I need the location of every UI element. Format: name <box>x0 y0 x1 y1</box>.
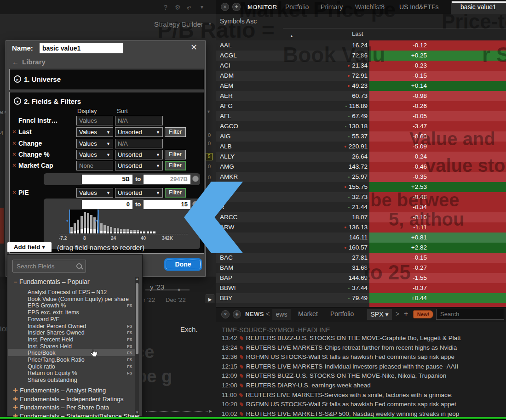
tab-basic-value1[interactable]: basic value1 <box>451 1 506 14</box>
table-row[interactable]: ARCC18.07-0.10 <box>216 212 506 222</box>
news-tab-market[interactable]: Market <box>298 310 318 318</box>
symbol-cell[interactable]: AMKR <box>216 172 238 182</box>
display-select[interactable]: Values▼ <box>76 139 113 148</box>
table-row[interactable]: R21.44-0.34 <box>216 202 506 212</box>
sort-select[interactable]: N/A <box>115 139 163 148</box>
table-row[interactable]: 160.57+2.82 <box>216 243 506 253</box>
field-row-label[interactable]: Fnncl Instr… <box>18 117 58 124</box>
table-row[interactable]: AEM49.23+0.14 <box>216 81 506 91</box>
expand-plus-icon[interactable]: ✚ <box>13 404 18 411</box>
remove-field-icon[interactable]: ✕ <box>12 162 17 169</box>
selection-left-handle[interactable] <box>69 210 70 233</box>
sort-select[interactable]: Unsorted▼ <box>115 150 163 159</box>
symbol-cell[interactable]: BAM <box>216 263 233 273</box>
globe-icon[interactable] <box>192 176 199 182</box>
scroll-left-icon[interactable]: < <box>266 310 270 318</box>
news-tab-spx[interactable]: SPX ▾ <box>367 309 392 320</box>
sort-select[interactable]: Unsorted▼ <box>115 127 163 137</box>
scrollbar-thumb[interactable] <box>136 283 138 354</box>
close-icon[interactable]: ✕ <box>190 42 197 52</box>
table-row[interactable]: ALLY26.64-0.24 <box>216 152 506 162</box>
filter-button[interactable]: Filter <box>165 127 186 137</box>
remove-field-icon[interactable]: ✕ <box>12 140 17 147</box>
field-row-label[interactable]: Market Cap <box>18 162 53 169</box>
news-headline-row[interactable]: 12:00REUTERS DIARY-U.S. earnings week ah… <box>222 382 505 389</box>
table-row[interactable]: ARW136.13-1.11 <box>216 222 506 233</box>
marketcap-min-input[interactable]: 5B <box>82 175 132 184</box>
expand-plus-icon[interactable]: ✚ <box>13 387 18 394</box>
table-row[interactable]: ACGL72.86+0.25 <box>216 51 506 61</box>
drag-right-icon[interactable]: ▸ <box>95 218 98 223</box>
field-list-item[interactable]: Return on Equity % <box>28 370 77 376</box>
tab-watchlist8[interactable]: Watchlist8 <box>355 3 385 11</box>
symbol-cell[interactable]: AEM <box>216 81 233 91</box>
table-row[interactable]: ACI21.34-0.23 <box>216 61 506 71</box>
chevron-down-icon[interactable]: ▼ <box>200 5 204 10</box>
add-circle-icon[interactable]: ✚ <box>233 310 241 318</box>
display-select[interactable]: Values▼ <box>76 188 113 198</box>
table-row[interactable]: BAM31.68-0.27 <box>216 263 506 273</box>
symbol-cell[interactable]: AAL <box>216 40 232 51</box>
tab-primary[interactable]: Primary <box>321 3 343 11</box>
symbol-cell[interactable]: AER <box>216 91 233 101</box>
field-list-item[interactable]: Inst. Percent Held <box>28 336 73 343</box>
library-link[interactable]: Library <box>22 58 46 66</box>
table-row[interactable]: BBWI37.44-0.37 <box>216 283 506 293</box>
done-button[interactable]: Done <box>164 258 202 271</box>
field-list-item[interactable]: Book Value (Common Equity) per share <box>28 296 129 302</box>
filter-button[interactable]: Filter <box>165 150 186 159</box>
display-select[interactable]: None <box>76 161 113 170</box>
news-tab-portfolio[interactable]: Portfolio <box>330 310 354 318</box>
field-row-label[interactable]: P/E <box>18 189 29 196</box>
field-group-collapsed[interactable]: ✚ Fundamentals – Independent Ratings <box>13 395 124 403</box>
name-input[interactable]: basic value1 <box>40 43 123 53</box>
field-list-item[interactable]: Insider Shares Owned <box>28 329 85 336</box>
tab-portfolio[interactable]: Portfolio <box>285 3 309 11</box>
news-headline-row[interactable]: 12:09REUTERS BUZZ-U.S. STOCKS ON THE MOV… <box>222 372 505 379</box>
field-group-collapsed[interactable]: ✚ Fundamentals – Analyst Rating <box>13 386 106 394</box>
table-row[interactable]: AAL16.24-0.12 <box>216 40 506 51</box>
field-row-label[interactable]: Change <box>18 140 42 147</box>
field-group-collapsed[interactable]: ✚ Fundamentals – Per Share Data <box>13 403 109 411</box>
news-headline-row[interactable]: 13:42REUTERS BUZZ-U.S. STOCKS ON THE MOV… <box>222 335 505 341</box>
symbol-cell[interactable]: AMG <box>216 162 234 172</box>
remove-field-icon[interactable]: ✕ <box>12 129 17 135</box>
add-field-button[interactable]: Add field ▾ <box>7 242 52 252</box>
table-row[interactable]: ADM72.91-0.15 <box>216 71 506 81</box>
table-row[interactable]: 32.73-0.48 <box>216 192 506 202</box>
symbol-cell[interactable]: ALB <box>216 142 232 152</box>
scroll-up-icon[interactable]: ▲ <box>135 277 139 281</box>
table-row[interactable]: BBY79.49+0.44 <box>216 293 506 303</box>
news-search-input[interactable]: Search <box>436 309 504 320</box>
news-label[interactable]: NEWS <box>245 311 264 318</box>
strategy-builder-caret-icon[interactable]: ▼ <box>208 22 212 26</box>
field-group-header[interactable]: − Fundamentals – Popular <box>14 278 90 286</box>
table-row[interactable]: AFG116.89-0.26 <box>216 101 506 111</box>
field-row-label[interactable]: Last <box>18 128 32 136</box>
expand-icon[interactable]: ▸ <box>14 75 21 83</box>
symbol-cell[interactable]: BAC <box>216 253 233 263</box>
symbol-cell[interactable]: AIG <box>216 131 230 142</box>
back-arrow-icon[interactable]: ← <box>12 58 19 66</box>
close-circle-icon[interactable]: ✕ <box>221 3 229 11</box>
collapse-minus-icon[interactable]: − <box>14 278 17 285</box>
symbol-cell[interactable]: AGCO <box>216 121 238 131</box>
news-headline-row[interactable]: 10:02REUTERS LIVE MARKETS-S&P 500, Nasda… <box>222 410 505 417</box>
field-list-item[interactable]: EPS exc. extr. items <box>28 309 79 316</box>
table-row[interactable]: AFL67.49-0.05 <box>216 111 506 121</box>
sort-select[interactable]: N/A <box>115 116 163 125</box>
tab-us-ind-etfs[interactable]: US Ind&ETFs <box>399 3 439 11</box>
column-header-last[interactable]: Last <box>352 30 363 37</box>
scroll-right-icon[interactable]: ▸ <box>209 408 212 414</box>
monitor-label[interactable]: MONITOR <box>247 4 277 11</box>
help-icon[interactable]: ? <box>164 4 167 11</box>
sort-select[interactable]: Unsorted▼ <box>115 188 163 198</box>
play-button[interactable]: ▶ <box>206 295 214 303</box>
field-list-item[interactable]: Price/Tang.Book Ratio <box>28 357 85 363</box>
news-tab-cut[interactable]: ews <box>272 309 291 320</box>
table-row[interactable]: AIG55.37-0.60 <box>216 131 506 142</box>
table-row[interactable]: 155.75+2.53 <box>216 182 506 192</box>
news-headline-row[interactable]: 10:20RGFMN US STOCKS-Wall St falls as ha… <box>222 401 505 408</box>
symbol-cell[interactable]: ACGL <box>216 51 237 61</box>
gear-icon[interactable]: ⚙ <box>175 4 181 11</box>
